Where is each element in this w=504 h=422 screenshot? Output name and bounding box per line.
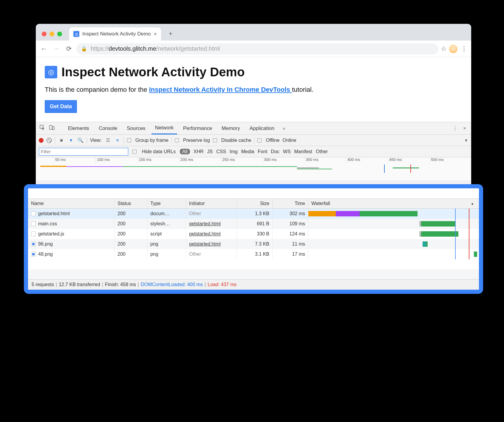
filter-input[interactable]	[39, 148, 128, 156]
file-icon	[31, 221, 36, 226]
disable-cache-checkbox[interactable]	[213, 138, 217, 142]
filter-type-media[interactable]: Media	[241, 149, 254, 154]
filter-type-ws[interactable]: WS	[283, 149, 291, 154]
maximize-window-icon[interactable]	[57, 32, 62, 36]
back-button[interactable]: ←	[39, 45, 49, 53]
devtools-menu-icon[interactable]: ⋮	[452, 125, 459, 131]
col-size[interactable]: Size	[237, 199, 273, 208]
request-status: 200	[115, 209, 147, 219]
filter-type-doc[interactable]: Doc	[271, 149, 279, 154]
tab-performance[interactable]: Performance	[180, 122, 216, 134]
large-rows-icon[interactable]: ☰	[105, 137, 111, 143]
col-name[interactable]: Name	[28, 199, 115, 208]
address-bar[interactable]: 🔒 https://devtools.glitch.me/network/get…	[76, 43, 438, 55]
col-time[interactable]: Time	[273, 199, 308, 208]
page-title: Inspect Network Activity Demo	[61, 65, 245, 79]
table-row[interactable]: getstarted.js200scriptgetstarted.html330…	[28, 229, 479, 239]
filter-type-xhr[interactable]: XHR	[194, 149, 204, 154]
filter-type-other[interactable]: Other	[316, 149, 328, 154]
group-by-frame-label: Group by frame	[135, 138, 168, 143]
network-table-header: Name Status Type Initiator Size Time Wat…	[28, 198, 479, 209]
request-type: script	[147, 229, 186, 239]
request-size: 7.3 KB	[237, 239, 273, 249]
bookmark-star-icon[interactable]: ☆	[441, 45, 447, 53]
col-waterfall[interactable]: Waterfall▲	[308, 199, 479, 208]
tab-network[interactable]: Network	[151, 122, 177, 134]
request-time: 302 ms	[273, 209, 308, 219]
col-initiator[interactable]: Initiator	[186, 199, 237, 208]
col-status[interactable]: Status	[115, 199, 147, 208]
reload-button[interactable]: ⟳	[64, 45, 74, 53]
preserve-log-checkbox[interactable]	[175, 138, 179, 142]
throttling-dropdown-icon[interactable]: ▼	[464, 138, 468, 143]
browser-menu-icon[interactable]: ⋮	[460, 45, 468, 53]
close-tab-icon[interactable]: ×	[154, 31, 157, 37]
filter-type-all[interactable]: All	[180, 149, 190, 154]
clear-button[interactable]	[47, 138, 52, 143]
request-name: main.css	[38, 221, 57, 226]
tab-sources[interactable]: Sources	[123, 122, 149, 134]
status-finish: Finish: 458 ms	[105, 282, 136, 287]
request-name: getstarted.js	[38, 231, 64, 237]
request-type: png	[147, 239, 186, 249]
offline-checkbox[interactable]	[257, 138, 262, 142]
tab-strip: Inspect Network Activity Demo × +	[36, 24, 471, 41]
online-label[interactable]: Online	[282, 138, 296, 143]
forward-button[interactable]: →	[51, 45, 61, 53]
tab-elements[interactable]: Elements	[64, 122, 93, 134]
request-time: 124 ms	[273, 229, 308, 239]
tab-title: Inspect Network Activity Demo	[82, 31, 151, 37]
table-row[interactable]: 48.png200pngOther3.1 KB17 ms	[28, 249, 479, 259]
device-toolbar-icon[interactable]	[48, 125, 55, 132]
filter-type-css[interactable]: CSS	[216, 149, 226, 154]
profile-avatar[interactable]	[449, 45, 457, 53]
search-icon[interactable]: 🔍	[77, 137, 84, 143]
filter-type-img[interactable]: Img	[230, 149, 238, 154]
tutorial-link[interactable]: Inspect Network Activity In Chrome DevTo…	[149, 86, 292, 93]
col-type[interactable]: Type	[147, 199, 186, 208]
request-status: 200	[115, 229, 147, 239]
filter-type-font[interactable]: Font	[258, 149, 267, 154]
initiator-link[interactable]: getstarted.html	[189, 231, 221, 237]
file-icon	[31, 211, 36, 216]
get-data-button[interactable]: Get Data	[45, 100, 77, 113]
camera-icon[interactable]: ■	[58, 138, 65, 143]
initiator-link[interactable]: getstarted.html	[189, 241, 221, 247]
browser-tab[interactable]: Inspect Network Activity Demo ×	[69, 27, 161, 41]
network-overview-timeline[interactable]: 50 ms100 ms150 ms200 ms250 ms300 ms350 m…	[36, 157, 471, 181]
tab-memory[interactable]: Memory	[218, 122, 243, 134]
filter-type-js[interactable]: JS	[207, 149, 213, 154]
hide-data-urls-label: Hide data URLs	[142, 149, 176, 154]
request-size: 330 B	[237, 229, 273, 239]
table-row[interactable]: 96.png200pnggetstarted.html7.3 KB11 ms	[28, 239, 479, 249]
initiator-link[interactable]: getstarted.html	[189, 221, 221, 226]
request-status: 200	[115, 219, 147, 229]
tab-console[interactable]: Console	[95, 122, 121, 134]
group-by-frame-checkbox[interactable]	[127, 138, 131, 142]
table-row[interactable]: main.css200stylesh…getstarted.html691 B1…	[28, 219, 479, 229]
waterfall-cell	[308, 219, 479, 229]
url-text: https://devtools.glitch.me/network/getst…	[91, 45, 220, 52]
close-window-icon[interactable]	[42, 32, 47, 36]
file-icon	[31, 242, 36, 246]
address-bar-row: ← → ⟳ 🔒 https://devtools.glitch.me/netwo…	[36, 41, 471, 57]
hide-data-urls-checkbox[interactable]	[132, 150, 137, 154]
overview-toggle-icon[interactable]: ≡	[114, 138, 121, 143]
status-transferred: 12.7 KB transferred	[59, 282, 100, 287]
record-button[interactable]	[39, 138, 44, 143]
filter-type-manifest[interactable]: Manifest	[294, 149, 312, 154]
filter-toggle-icon[interactable]: ▾	[68, 137, 74, 143]
network-log-highlight: Name Status Type Initiator Size Time Wat…	[24, 184, 483, 294]
view-label: View:	[90, 138, 102, 143]
network-toolbar: ■ ▾ 🔍 View: ☰ ≡ Group by frame Preserve …	[36, 135, 471, 146]
page-intro: This is the companion demo for the Inspe…	[45, 86, 462, 94]
tab-application[interactable]: Application	[246, 122, 278, 134]
minimize-window-icon[interactable]	[50, 32, 54, 36]
table-row[interactable]: getstarted.html200docum…Other1.3 KB302 m…	[28, 209, 479, 219]
more-tabs-icon[interactable]: »	[280, 125, 287, 131]
devtools-tabbar: Elements Console Sources Network Perform…	[36, 122, 471, 135]
devtools-close-icon[interactable]: ×	[461, 125, 468, 131]
new-tab-button[interactable]: +	[165, 30, 176, 41]
browser-window: Inspect Network Activity Demo × + ← → ⟳ …	[36, 24, 471, 294]
inspect-element-icon[interactable]	[39, 125, 46, 132]
